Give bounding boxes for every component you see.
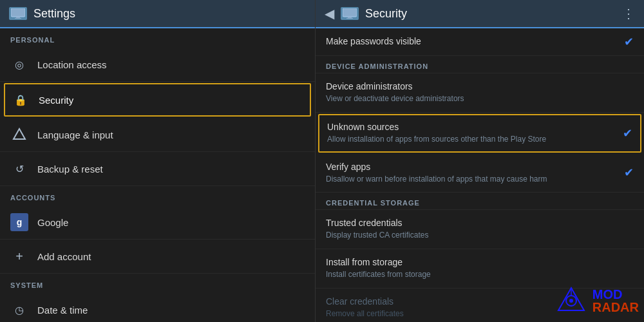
verify-apps-checkmark: ✔ [624, 166, 634, 180]
back-arrow-icon[interactable]: ◀ [325, 6, 334, 21]
unknown-sources-checkmark: ✔ [623, 126, 632, 140]
verify-apps-text: Verify apps Disallow or warn before inst… [326, 162, 619, 185]
security-title: Security [365, 7, 407, 21]
location-icon: ◎ [10, 55, 28, 73]
left-header: Settings [0, 0, 315, 28]
unknown-sources-subtitle: Allow installation of apps from sources … [327, 134, 618, 145]
location-label: Location access [37, 59, 107, 70]
unknown-sources-text: Unknown sources Allow installation of ap… [327, 122, 618, 145]
sidebar-item-language[interactable]: Language & input [0, 118, 315, 152]
svg-rect-10 [348, 17, 352, 18]
credential-storage-section-label: CREDENTIAL STORAGE [316, 193, 644, 210]
settings-title: Settings [33, 7, 75, 21]
language-label: Language & input [37, 129, 113, 140]
overflow-menu-icon[interactable]: ⋮ [622, 6, 635, 21]
svg-point-14 [569, 299, 573, 303]
svg-rect-0 [11, 8, 25, 17]
sidebar-item-security[interactable]: 🔒 Security [4, 83, 311, 117]
svg-marker-3 [14, 129, 25, 139]
unknown-sources-setting[interactable]: Unknown sources Allow installation of ap… [318, 114, 641, 153]
add-icon: + [10, 247, 28, 265]
device-admins-subtitle: View or deactivate device administrators [326, 93, 634, 104]
device-admins-title: Device administrators [326, 81, 634, 91]
mod-radar-logo [555, 285, 587, 317]
install-from-storage-subtitle: Install certificates from storage [326, 269, 634, 280]
system-section-label: SYSTEM [0, 274, 315, 293]
personal-section-label: PERSONAL [0, 28, 315, 48]
lock-icon: 🔒 [12, 91, 30, 109]
trusted-credentials-setting[interactable]: Trusted credentials Display trusted CA c… [316, 210, 644, 249]
unknown-sources-title: Unknown sources [327, 122, 618, 132]
left-content: PERSONAL ◎ Location access 🔒 Security La… [0, 28, 315, 322]
right-header-left: ◀ Security [325, 6, 407, 21]
monitor-icon [9, 7, 27, 20]
svg-rect-9 [343, 8, 357, 17]
add-account-label: Add account [37, 251, 91, 262]
trusted-credentials-title: Trusted credentials [326, 218, 634, 228]
svg-rect-2 [15, 18, 21, 19]
verify-apps-setting[interactable]: Verify apps Disallow or warn before inst… [316, 154, 644, 193]
install-from-storage-text: Install from storage Install certificate… [326, 257, 634, 280]
accounts-section-label: ACCOUNTS [0, 186, 315, 205]
right-content: Make passwords visible ✔ DEVICE ADMINIST… [316, 28, 644, 322]
make-passwords-setting[interactable]: Make passwords visible ✔ [316, 28, 644, 56]
install-from-storage-title: Install from storage [326, 257, 634, 267]
svg-rect-11 [346, 18, 353, 19]
make-passwords-title: Make passwords visible [326, 36, 421, 46]
watermark: MOD RADAR [555, 285, 639, 317]
clock-icon: ◷ [10, 301, 28, 319]
security-label: Security [39, 95, 73, 106]
backup-label: Backup & reset [37, 164, 103, 175]
right-header: ◀ Security ⋮ [316, 0, 644, 28]
watermark-text: MOD RADAR [592, 288, 639, 314]
device-admins-text: Device administrators View or deactivate… [326, 81, 634, 104]
sidebar-item-backup[interactable]: ↺ Backup & reset [0, 152, 315, 186]
radar-label: RADAR [592, 301, 639, 314]
left-panel: Settings PERSONAL ◎ Location access 🔒 Se… [0, 0, 316, 322]
device-admin-section-label: DEVICE ADMINISTRATION [316, 56, 644, 73]
trusted-credentials-text: Trusted credentials Display trusted CA c… [326, 218, 634, 241]
sidebar-item-date[interactable]: ◷ Date & time [0, 293, 315, 322]
trusted-credentials-subtitle: Display trusted CA certificates [326, 230, 634, 241]
make-passwords-checkmark: ✔ [624, 35, 634, 49]
google-label: Google [37, 217, 68, 228]
right-panel: ◀ Security ⋮ Make passwords visible ✔ DE… [316, 0, 644, 322]
backup-icon: ↺ [10, 160, 28, 178]
google-icon: g [10, 213, 28, 231]
security-header-icon [341, 7, 359, 20]
language-icon [10, 126, 28, 144]
mod-label: MOD [592, 288, 639, 301]
date-label: Date & time [37, 305, 88, 316]
verify-apps-title: Verify apps [326, 162, 619, 172]
install-from-storage-setting[interactable]: Install from storage Install certificate… [316, 249, 644, 289]
sidebar-item-location[interactable]: ◎ Location access [0, 48, 315, 82]
verify-apps-subtitle: Disallow or warn before installation of … [326, 174, 619, 185]
sidebar-item-google[interactable]: g Google [0, 205, 315, 240]
sidebar-item-add-account[interactable]: + Add account [0, 240, 315, 274]
device-admins-setting[interactable]: Device administrators View or deactivate… [316, 73, 644, 113]
svg-rect-1 [16, 17, 20, 18]
